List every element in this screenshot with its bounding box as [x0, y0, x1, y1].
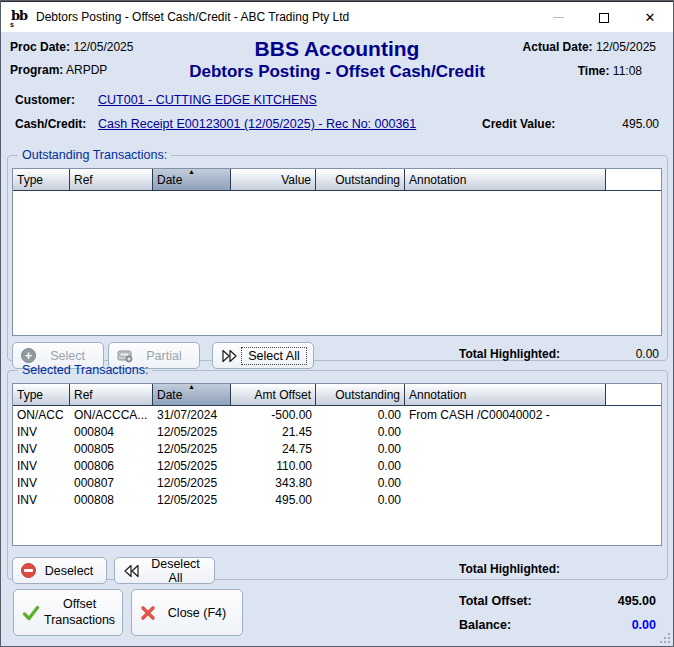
column-header-value[interactable]: Value	[231, 169, 316, 191]
credit-value: 495.00	[559, 117, 659, 131]
minimize-icon	[553, 17, 564, 18]
outstanding-transactions-group: Outstanding Transactions: Type Ref ▲Date…	[7, 148, 668, 361]
column-header-label: Ref	[74, 173, 93, 187]
close-f4-button[interactable]: Close (F4)	[131, 589, 243, 636]
cell-type: INV	[13, 476, 70, 490]
cell-type: INV	[13, 442, 70, 456]
cell-amt: 24.75	[231, 442, 316, 456]
actual-date-label: Actual Date:	[523, 40, 593, 54]
selected-group-label: Selected Transactions:	[18, 363, 152, 377]
cell-ref: 000807	[70, 476, 153, 490]
select-all-button-label: Select All	[243, 349, 305, 363]
minimize-button[interactable]	[535, 2, 581, 33]
cash-credit-link[interactable]: Cash Receipt E00123001 (12/05/2025) - Re…	[98, 117, 416, 131]
customer-label: Customer:	[15, 93, 75, 107]
cell-date: 12/05/2025	[153, 476, 231, 490]
credit-value-label: Credit Value:	[482, 117, 555, 131]
check-icon	[22, 605, 40, 621]
table-row[interactable]: ON/ACCON/ACCCA...31/07/2024-500.000.00Fr…	[13, 406, 661, 423]
sort-asc-icon: ▲	[188, 169, 195, 175]
plus-circle-icon: +	[21, 348, 36, 363]
maximize-button[interactable]	[581, 2, 627, 33]
cell-ref: 000806	[70, 459, 153, 473]
cell-amt: -500.00	[231, 408, 316, 422]
cell-date: 12/05/2025	[153, 493, 231, 507]
cell-date: 12/05/2025	[153, 425, 231, 439]
column-header-label: Outstanding	[335, 388, 400, 402]
window-title: Debtors Posting - Offset Cash/Credit - A…	[36, 10, 349, 24]
cell-type: ON/ACC	[13, 408, 70, 422]
column-header-outstanding[interactable]: Outstanding	[316, 169, 405, 191]
column-header-type[interactable]: Type	[13, 384, 70, 406]
cell-date: 31/07/2024	[153, 408, 231, 422]
column-header-date[interactable]: ▲Date	[153, 384, 231, 406]
close-icon: ✕	[645, 11, 656, 24]
select-button-label: Select	[40, 349, 95, 363]
column-header-ref[interactable]: Ref	[70, 169, 153, 191]
column-header-type[interactable]: Type	[13, 169, 70, 191]
column-header-label: Type	[17, 173, 43, 187]
outstanding-table: Type Ref ▲Date Value Outstanding Annotat…	[12, 168, 662, 336]
time-row: Time: 11:08	[578, 64, 642, 78]
double-chevron-left-icon	[123, 564, 141, 578]
table-row[interactable]: INV00080512/05/202524.750.00	[13, 440, 661, 457]
column-header-filler	[606, 384, 661, 406]
column-header-ref[interactable]: Ref	[70, 384, 153, 406]
column-header-annotation[interactable]: Annotation	[405, 384, 606, 406]
cell-outstanding: 0.00	[316, 408, 405, 422]
table-row[interactable]: INV00080712/05/2025343.800.00	[13, 474, 661, 491]
cell-outstanding: 0.00	[316, 493, 405, 507]
title-bar: bb s Debtors Posting - Offset Cash/Credi…	[1, 1, 673, 32]
cell-annotation: From CASH /C00040002 -	[405, 408, 606, 422]
offset-transactions-label: Offset Transactions	[44, 597, 115, 628]
outstanding-group-label: Outstanding Transactions:	[18, 148, 171, 162]
app-window: bb s Debtors Posting - Offset Cash/Credi…	[0, 0, 674, 647]
table-row[interactable]: INV00080612/05/2025110.000.00	[13, 457, 661, 474]
cell-type: INV	[13, 425, 70, 439]
outstanding-total-highlighted-value: 0.00	[579, 347, 659, 361]
cell-outstanding: 0.00	[316, 425, 405, 439]
time-value: 11:08	[613, 64, 642, 78]
column-header-amt-offset[interactable]: Amt Offset	[231, 384, 316, 406]
maximize-icon	[599, 13, 609, 23]
balance-value: 0.00	[546, 618, 656, 632]
close-button[interactable]: ✕	[627, 2, 673, 33]
column-header-annotation[interactable]: Annotation	[405, 169, 606, 191]
table-row[interactable]: INV00080412/05/202521.450.00	[13, 423, 661, 440]
resize-grip[interactable]	[659, 632, 670, 643]
offset-transactions-button[interactable]: Offset Transactions	[13, 589, 123, 636]
deselect-button[interactable]: Deselect	[12, 557, 107, 584]
actual-date-row: Actual Date: 12/05/2025	[523, 40, 656, 54]
deselect-all-button-label: Deselect All	[145, 557, 206, 585]
deselect-all-button[interactable]: Deselect All	[114, 557, 215, 584]
sort-asc-icon: ▲	[188, 384, 195, 390]
column-header-date[interactable]: ▲Date	[153, 169, 231, 191]
cell-date: 12/05/2025	[153, 459, 231, 473]
column-header-outstanding[interactable]: Outstanding	[316, 384, 405, 406]
column-header-label: Outstanding	[335, 173, 400, 187]
cell-date: 12/05/2025	[153, 442, 231, 456]
cell-amt: 343.80	[231, 476, 316, 490]
customer-link[interactable]: CUT001 - CUTTING EDGE KITCHENS	[98, 93, 317, 107]
selected-table-header: Type Ref ▲Date Amt Offset Outstanding An…	[13, 384, 661, 406]
customer-row: Customer: CUT001 - CUTTING EDGE KITCHENS	[15, 93, 75, 107]
cell-ref: 000808	[70, 493, 153, 507]
time-label: Time:	[578, 64, 610, 78]
deselect-button-label: Deselect	[40, 564, 98, 578]
cross-icon	[140, 605, 156, 621]
selected-transactions-group: Selected Transactions: Type Ref ▲Date Am…	[7, 363, 668, 580]
cell-amt: 110.00	[231, 459, 316, 473]
total-offset-label: Total Offset:	[459, 594, 532, 608]
cell-outstanding: 0.00	[316, 459, 405, 473]
table-row[interactable]: INV00080812/05/2025495.000.00	[13, 491, 661, 508]
column-header-filler	[606, 169, 661, 191]
selected-total-highlighted-label: Total Highlighted:	[459, 562, 560, 576]
selected-table: Type Ref ▲Date Amt Offset Outstanding An…	[12, 383, 662, 546]
column-header-label: Annotation	[409, 388, 466, 402]
cell-outstanding: 0.00	[316, 442, 405, 456]
outstanding-total-highlighted-label: Total Highlighted:	[459, 347, 560, 361]
selected-table-body[interactable]: ON/ACCON/ACCCA...31/07/2024-500.000.00Fr…	[13, 406, 661, 508]
cash-credit-row: Cash/Credit: Cash Receipt E00123001 (12/…	[15, 117, 86, 131]
cash-credit-label: Cash/Credit:	[15, 117, 86, 131]
app-icon-sub: s	[10, 21, 14, 28]
